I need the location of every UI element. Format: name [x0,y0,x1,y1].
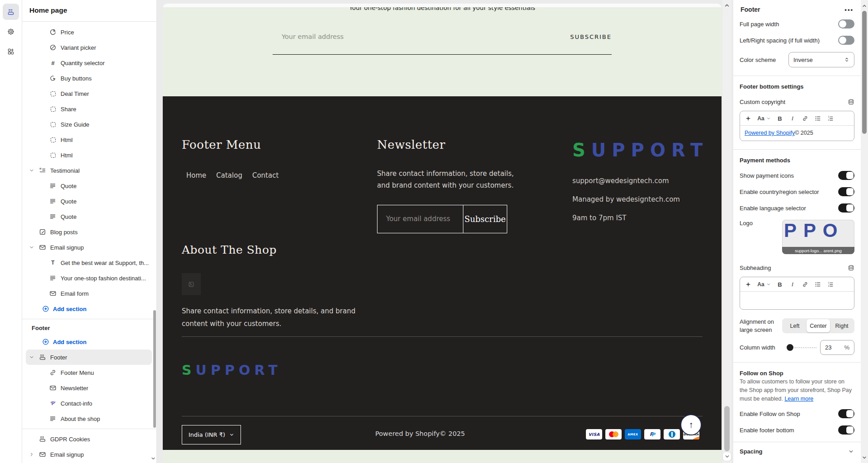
alignment-option-center[interactable]: Center [807,319,830,332]
window-scroll-up-icon[interactable] [862,2,867,10]
chevron-down-icon[interactable] [28,167,35,174]
sidebar-item-contact-info[interactable]: ‘P’Contact-info [22,396,156,411]
sidebar-item-buy-buttons[interactable]: Buy buttons [22,71,156,86]
footer-link-home[interactable]: Home [186,171,206,180]
chevron-down-icon[interactable] [847,448,854,455]
sections-rail-button[interactable] [3,4,19,20]
show-payment-icons-toggle[interactable] [838,171,854,180]
sidebar-item-gdpr-cookies[interactable]: GDPR Cookies [22,431,156,447]
link-tool-icon[interactable] [802,281,809,288]
app-embeds-rail-button[interactable] [3,43,19,60]
numbered-list-icon[interactable]: 12 [827,281,834,288]
window-scrollbar[interactable] [861,0,868,463]
sidebar-item-quote[interactable]: Quote [22,194,156,209]
sidebar-item-blog-posts[interactable]: Blog posts [22,224,156,240]
column-width-input[interactable]: 23% [820,340,854,355]
bullet-list-icon[interactable] [814,115,821,122]
window-scrollbar-thumb[interactable] [862,11,867,134]
logo-thumbnail[interactable]: P P O support-logo... arent.png [782,220,854,254]
chevron-small-icon[interactable] [766,115,771,122]
bullet-list-icon[interactable] [814,281,821,288]
newsletter-subscribe-button[interactable]: Subscribe [463,205,507,233]
sidebar-item-about-the-shop[interactable]: About the shop [22,411,156,426]
sidebar-item-price[interactable]: $Price [22,24,156,40]
sidebar-item-quantity-selector[interactable]: #Quantity selector [22,55,156,71]
chevron-down-icon[interactable] [28,354,35,361]
chevron-small-icon[interactable] [766,281,771,288]
text-style-icon[interactable]: Aa [757,115,764,122]
sidebar-item-your-one-stop-fashion-destinati[interactable]: Your one-stop fashion destinati... [22,270,156,286]
sidebar-item-html[interactable]: Html [22,147,156,163]
italic-icon[interactable]: I [789,115,796,122]
custom-copyright-content[interactable]: Powered by Shopify© 2025 [740,125,854,141]
signup-email-input[interactable] [273,33,462,40]
subscribe-button[interactable]: SUBSCRIBE [570,33,612,40]
scroll-to-top-button[interactable]: ↑ [680,414,702,435]
magic-icon[interactable] [745,281,752,288]
alignment-option-right[interactable]: Right [830,319,854,332]
italic-icon[interactable]: I [789,281,796,288]
visa-payment-icon: VISA [586,429,602,439]
mastercard-payment-icon [605,429,622,439]
dynamic-source-icon[interactable] [847,98,854,105]
sidebar-item-footer[interactable]: Footer [26,350,152,365]
sidebar-item-testimonial[interactable]: “Testimonial [22,163,156,178]
newsletter-column: Newsletter Share contact information, st… [377,138,517,233]
preview-scroll-up-icon[interactable] [724,2,730,10]
svg-text:2: 2 [828,119,829,121]
add-section-button[interactable]: Add section [22,334,156,350]
enable-follow-toggle[interactable] [838,409,854,418]
sidebar-item-footer-menu[interactable]: Footer Menu [22,365,156,380]
language-selector-toggle[interactable] [838,203,854,213]
chevron-right-icon[interactable] [28,451,35,458]
magic-icon[interactable] [745,115,752,122]
theme-settings-rail-button[interactable] [3,24,19,40]
country-selector[interactable]: India (INR ₹) [182,425,241,444]
bold-icon[interactable]: B [776,281,783,288]
preview-scroll-down-icon[interactable] [723,452,731,461]
preview-scrollbar[interactable] [722,0,731,463]
sidebar-item-share[interactable]: Share [22,101,156,117]
enable-footer-bottom-toggle[interactable] [838,425,854,435]
text-style-icon[interactable]: Aa [757,281,764,288]
dynamic-source-icon[interactable] [847,264,854,271]
signup-tagline: Your one-stop fashion destination for al… [163,7,722,13]
sidebar-item-get-the-best-wear-at-support-th[interactable]: TGet the best wear at Support, th... [22,255,156,270]
add-section-button[interactable]: Add section [22,301,156,317]
sidebar-scroll-down-icon[interactable] [150,455,156,462]
learn-more-link[interactable]: Learn more [784,396,813,402]
alignment-option-left[interactable]: Left [783,319,807,332]
newsletter-email-input[interactable] [377,205,463,233]
more-options-button[interactable]: ••• [844,6,854,13]
sidebar-item-html[interactable]: Html [22,132,156,147]
sidebar-item-email-signup[interactable]: Email signup [22,240,156,255]
footer-link-catalog[interactable]: Catalog [216,171,242,180]
sidebar-item-size-guide[interactable]: Size Guide [22,117,156,132]
sidebar-item-email-form[interactable]: Email form [22,286,156,301]
subheading-content[interactable] [740,291,854,309]
numbered-list-icon[interactable]: 12 [827,115,834,122]
chevron-down-icon[interactable] [28,244,35,251]
column-width-slider[interactable] [787,344,816,351]
dashed-icon [49,105,57,113]
about-text: Share contact information, store details… [182,305,372,331]
country-selector-toggle[interactable] [838,187,854,196]
bold-icon[interactable]: B [776,115,783,122]
sidebar-item-quote[interactable]: Quote [22,209,156,224]
sidebar-item-email-signup[interactable]: Email signup [22,447,156,462]
support-logo-small: SUPPORT [182,362,282,378]
sidebar-item-variant-picker[interactable]: Variant picker [22,40,156,55]
window-scroll-down-icon[interactable] [862,454,867,462]
powered-by-shopify-link[interactable]: Powered by Shopify [745,130,795,136]
sidebar-item-quote[interactable]: Quote [22,178,156,194]
lr-spacing-toggle[interactable] [838,36,854,45]
svg-text:“: “ [39,167,42,172]
color-scheme-select[interactable]: Inverse [788,52,854,67]
full-page-width-toggle[interactable] [838,19,854,28]
sidebar-item-deal-timer[interactable]: Deal Timer [22,86,156,101]
sidebar-scrollbar-thumb[interactable] [153,310,156,428]
preview-scrollbar-thumb[interactable] [724,406,730,451]
footer-link-contact[interactable]: Contact [252,171,278,180]
link-tool-icon[interactable] [802,115,809,122]
sidebar-item-newsletter[interactable]: Newsletter [22,380,156,396]
